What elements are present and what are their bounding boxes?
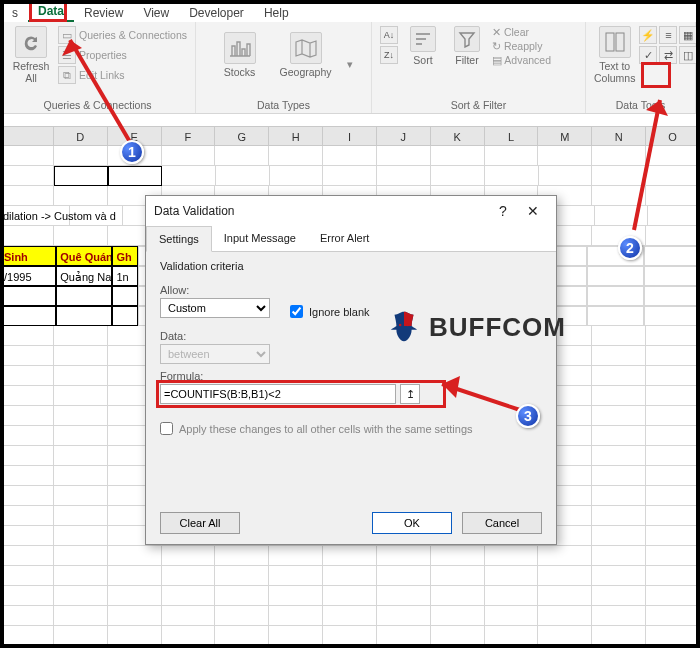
cell-date: /1995 (0, 266, 56, 286)
ribbon-tabs: s Data Review View Developer Help (0, 0, 700, 22)
group-datatypes-label: Data Types (204, 97, 363, 111)
callout-badge-3: 3 (516, 404, 540, 428)
dialog-close-button[interactable]: ✕ (518, 203, 548, 219)
dialog-title: Data Validation (154, 204, 235, 218)
svg-rect-0 (606, 33, 614, 51)
text-to-columns-icon (599, 26, 631, 58)
highlight-data-tab (29, 0, 67, 22)
flash-fill-icon[interactable]: ⚡ (639, 26, 657, 44)
filter-button[interactable]: Filter (448, 26, 486, 66)
refresh-all-button[interactable]: Refresh All (8, 26, 54, 84)
validation-criteria-label: Validation criteria (160, 260, 542, 272)
consolidate-icon[interactable]: ▦ (679, 26, 697, 44)
text-to-columns-button[interactable]: Text to Columns (594, 26, 635, 84)
tab-prev[interactable]: s (2, 3, 28, 22)
arrow-1 (52, 22, 142, 152)
remove-dup-icon[interactable]: ≡ (659, 26, 677, 44)
refresh-all-label: Refresh All (13, 60, 50, 84)
dialog-tab-input-message[interactable]: Input Message (212, 226, 308, 251)
callout-badge-2: 2 (618, 236, 642, 260)
callout-badge-1: 1 (120, 140, 144, 164)
svg-line-4 (634, 100, 660, 230)
tab-developer[interactable]: Developer (179, 3, 254, 22)
data-model-icon[interactable]: ◫ (679, 46, 697, 64)
formula-input[interactable] (160, 384, 396, 404)
svg-rect-1 (616, 33, 624, 51)
clear-filter-button[interactable]: ✕ Clear (492, 26, 551, 38)
arrow-3 (430, 370, 530, 420)
dialog-tab-settings[interactable]: Settings (146, 226, 212, 252)
cancel-button[interactable]: Cancel (462, 512, 542, 534)
tab-help[interactable]: Help (254, 3, 299, 22)
dialog-help-button[interactable]: ? (488, 203, 518, 219)
datatypes-overflow[interactable]: ▾ (347, 58, 353, 71)
sort-button[interactable]: Sort (404, 26, 442, 66)
group-sortfilter-label: Sort & Filter (380, 97, 577, 111)
geography-icon (290, 32, 322, 64)
cell-note: dilation -> Custom và d (0, 206, 70, 226)
geography-button[interactable]: Geography (281, 32, 331, 78)
allow-select[interactable]: Custom (160, 298, 270, 318)
sort-icon (410, 26, 436, 52)
clear-all-button[interactable]: Clear All (160, 512, 240, 534)
cell-que: Quảng Nam (56, 266, 112, 286)
header-gh: Gh (112, 246, 137, 266)
refresh-icon (15, 26, 47, 58)
arrow-2 (620, 90, 680, 240)
range-picker-button[interactable]: ↥ (400, 384, 420, 404)
stocks-icon (224, 32, 256, 64)
allow-label: Allow: (160, 284, 270, 296)
cell-gh: 1n (112, 266, 137, 286)
data-label: Data: (160, 330, 542, 342)
dialog-tab-error-alert[interactable]: Error Alert (308, 226, 382, 251)
ignore-blank-checkbox[interactable]: Ignore blank (290, 305, 370, 318)
sort-desc-icon[interactable]: Z↓ (380, 46, 398, 64)
reapply-button[interactable]: ↻ Reapply (492, 40, 551, 52)
tab-review[interactable]: Review (74, 3, 133, 22)
data-select: between (160, 344, 270, 364)
header-que: Quê Quán (56, 246, 112, 266)
apply-same-checkbox[interactable] (160, 422, 173, 435)
advanced-filter-button[interactable]: ▤ Advanced (492, 54, 551, 66)
highlight-data-validation (641, 62, 671, 88)
ok-button[interactable]: OK (372, 512, 452, 534)
tab-view[interactable]: View (133, 3, 179, 22)
stocks-button[interactable]: Stocks (215, 32, 265, 78)
filter-icon (454, 26, 480, 52)
apply-same-label: Apply these changes to all other cells w… (179, 423, 473, 435)
svg-line-2 (70, 40, 130, 142)
header-sinh: Sinh (0, 246, 56, 266)
sort-asc-icon[interactable]: A↓ (380, 26, 398, 44)
